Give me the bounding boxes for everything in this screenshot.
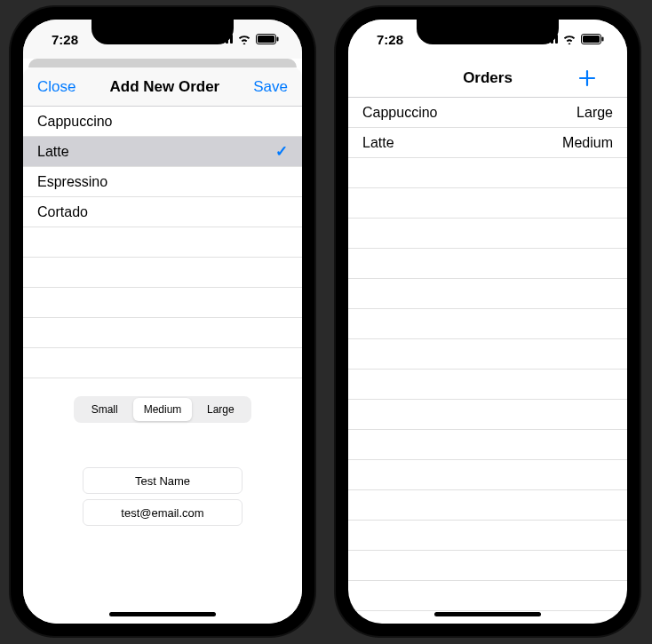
size-option-small[interactable]: Small <box>76 398 133 421</box>
empty-row <box>348 490 627 521</box>
customer-fields: Test Name test@email.com <box>83 467 243 526</box>
empty-row <box>348 158 627 188</box>
empty-row <box>23 318 302 348</box>
svg-rect-2 <box>277 37 279 42</box>
checkmark-icon: ✓ <box>275 142 288 161</box>
screen-left: 7:28 Close Add New Order Save Cappucc <box>23 20 302 624</box>
drink-row-cortado[interactable]: Cortado <box>23 197 302 227</box>
order-row-cappuccino[interactable]: Cappuccino Large <box>348 98 627 128</box>
drink-row-latte[interactable]: Latte ✓ <box>23 137 302 167</box>
sheet-background-card <box>28 59 297 68</box>
screen-right: 7:28 Orders Cappuccino Large <box>348 20 627 624</box>
empty-row <box>23 348 302 378</box>
empty-row <box>348 521 627 551</box>
drink-row-espressino[interactable]: Espressino <box>23 167 302 197</box>
empty-row <box>23 258 302 288</box>
save-button[interactable]: Save <box>253 78 288 96</box>
home-indicator[interactable] <box>434 612 541 616</box>
add-order-modal: Close Add New Order Save Cappuccino Latt… <box>23 68 302 624</box>
svg-rect-1 <box>258 36 274 43</box>
empty-row <box>348 551 627 581</box>
empty-row <box>348 460 627 490</box>
empty-row <box>348 430 627 460</box>
name-field[interactable]: Test Name <box>83 467 243 494</box>
device-left: 7:28 Close Add New Order Save Cappucc <box>11 7 314 636</box>
svg-rect-4 <box>583 36 600 43</box>
home-indicator[interactable] <box>109 612 216 616</box>
empty-row <box>348 249 627 279</box>
empty-row <box>348 400 627 430</box>
size-option-large[interactable]: Large <box>192 398 250 421</box>
modal-navbar: Close Add New Order Save <box>23 68 302 107</box>
empty-row <box>348 219 627 249</box>
orders-title: Orders <box>463 69 513 87</box>
device-right: 7:28 Orders Cappuccino Large <box>336 7 640 636</box>
plus-icon <box>577 68 597 88</box>
status-time: 7:28 <box>52 32 78 47</box>
size-option-medium[interactable]: Medium <box>133 398 191 421</box>
size-segmented-control[interactable]: Small Medium Large <box>74 396 251 423</box>
status-time: 7:28 <box>377 32 403 47</box>
order-name: Cappuccino <box>362 105 438 121</box>
empty-row <box>23 288 302 318</box>
empty-row <box>348 279 627 309</box>
email-field[interactable]: test@email.com <box>83 499 243 526</box>
notch <box>91 20 234 44</box>
drink-row-cappuccino[interactable]: Cappuccino <box>23 107 302 137</box>
battery-icon <box>256 34 279 44</box>
close-button[interactable]: Close <box>37 78 76 96</box>
order-name: Latte <box>362 135 394 151</box>
drink-label: Espressino <box>37 174 107 190</box>
svg-rect-5 <box>602 37 604 42</box>
order-size: Medium <box>562 135 613 151</box>
add-order-button[interactable] <box>577 68 613 88</box>
empty-row <box>348 370 627 400</box>
orders-navbar: Orders <box>348 59 627 98</box>
notch <box>417 20 559 44</box>
drink-label: Latte <box>37 144 69 160</box>
drink-label: Cappuccino <box>37 114 113 130</box>
empty-row <box>348 309 627 339</box>
empty-row <box>348 188 627 219</box>
drink-label: Cortado <box>37 204 88 220</box>
empty-row <box>348 339 627 370</box>
wifi-icon <box>237 34 251 44</box>
modal-title: Add New Order <box>109 78 219 96</box>
orders-list[interactable]: Cappuccino Large Latte Medium <box>348 98 627 624</box>
battery-icon <box>581 34 604 44</box>
empty-row <box>23 227 302 258</box>
drink-list[interactable]: Cappuccino Latte ✓ Espressino Cortado <box>23 107 302 624</box>
empty-row <box>348 581 627 611</box>
order-size: Large <box>576 105 613 121</box>
wifi-icon <box>562 34 576 44</box>
order-row-latte[interactable]: Latte Medium <box>348 128 627 158</box>
